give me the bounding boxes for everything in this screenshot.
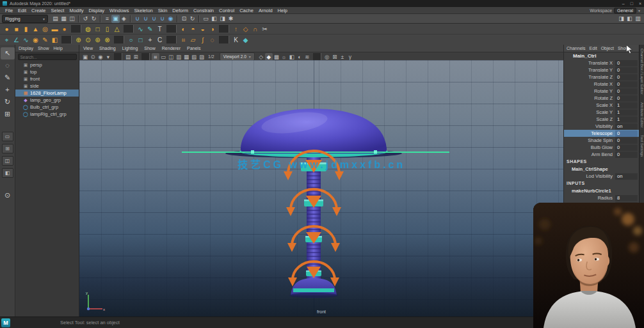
poly-disc-icon[interactable]: ● bbox=[60, 24, 69, 34]
lamp-model[interactable] bbox=[169, 98, 463, 303]
separator[interactable] bbox=[71, 25, 81, 33]
pencil-curve-icon[interactable]: ✎ bbox=[145, 24, 155, 34]
joint-tool-icon[interactable]: ⌖ bbox=[2, 35, 12, 45]
image-plane-icon[interactable]: ▤ bbox=[124, 53, 132, 61]
cv-curve-icon[interactable]: ∿ bbox=[136, 24, 145, 34]
shape-node-name[interactable]: Main_CtrlShape bbox=[564, 166, 639, 173]
lasso-tool[interactable]: ◌ bbox=[1, 59, 15, 72]
menu-item[interactable]: Select bbox=[49, 8, 67, 13]
menu-item[interactable]: Skeleton bbox=[132, 8, 156, 13]
textured-icon[interactable]: ▩ bbox=[273, 53, 280, 61]
open-scene-icon[interactable]: ▦ bbox=[60, 15, 68, 23]
channel-row[interactable]: Scale X 1 bbox=[564, 102, 639, 109]
menu-item[interactable]: Modify bbox=[67, 8, 86, 13]
poly-cone-icon[interactable]: ▲ bbox=[31, 24, 40, 34]
aim-constraint-icon[interactable]: ⊗ bbox=[102, 35, 112, 45]
outliner-search-input[interactable] bbox=[18, 54, 77, 60]
shadows-icon[interactable]: ◧ bbox=[288, 53, 296, 61]
channel-row[interactable]: Translate X 0 bbox=[564, 59, 639, 66]
ik-spline-icon[interactable]: ∿ bbox=[21, 35, 31, 45]
separator[interactable] bbox=[130, 15, 131, 22]
paint-weights-icon[interactable]: ✎ bbox=[40, 35, 50, 45]
film-gate-icon[interactable]: ▭ bbox=[159, 53, 167, 61]
paint-select-tool[interactable]: ✎ bbox=[1, 72, 15, 84]
separator[interactable] bbox=[219, 25, 229, 33]
input-node-name[interactable]: makeNurbCircle1 bbox=[564, 187, 639, 194]
menu-item[interactable]: Deform bbox=[170, 8, 191, 13]
channel-value-field[interactable]: 0 bbox=[615, 60, 638, 66]
ik-handle-icon[interactable]: ∠ bbox=[12, 35, 21, 45]
bevel-icon[interactable]: ◇ bbox=[241, 24, 250, 34]
sidebar-tab[interactable]: Attribute Editor bbox=[640, 98, 644, 132]
combine-icon[interactable]: ◓ bbox=[188, 24, 198, 34]
rotate-tool[interactable]: ↻ bbox=[1, 96, 15, 108]
sidebar-channel-box-icon[interactable]: ▥ bbox=[634, 15, 642, 23]
boolean-union-icon[interactable]: ◐ bbox=[179, 24, 188, 34]
nurbs-cylinder-icon[interactable]: ▯ bbox=[102, 24, 112, 34]
blend-shape-icon[interactable]: ▱ bbox=[188, 35, 198, 45]
separator[interactable] bbox=[219, 36, 229, 43]
menu-item[interactable]: Edit bbox=[15, 8, 29, 13]
smooth-mesh-icon[interactable]: ◑ bbox=[207, 24, 217, 34]
channel-value-field[interactable]: 0 bbox=[615, 81, 638, 88]
channel-row[interactable]: Arm Bend 0 bbox=[564, 151, 639, 158]
separator[interactable] bbox=[177, 15, 178, 22]
ipr-render-icon[interactable]: ◨ bbox=[218, 15, 227, 23]
magnifier-icon[interactable]: ⊙ bbox=[1, 189, 15, 201]
nurbs-cube-icon[interactable]: □ bbox=[93, 24, 102, 34]
cluster-icon[interactable]: C bbox=[155, 35, 165, 45]
outliner-item-persp[interactable]: ▣ persp bbox=[15, 61, 79, 68]
field-chart-icon[interactable]: ▦ bbox=[182, 53, 190, 61]
nurbs-cone-icon[interactable]: △ bbox=[112, 24, 122, 34]
wire-deformer-icon[interactable]: ∫ bbox=[198, 35, 207, 45]
render-current-frame-icon[interactable]: ◧ bbox=[210, 15, 218, 23]
point-constraint-icon[interactable]: ⊙ bbox=[83, 35, 93, 45]
channel-value-field[interactable]: 8 bbox=[615, 195, 638, 201]
channel-box-menu-item[interactable]: Object bbox=[601, 46, 614, 51]
channel-row[interactable]: Scale Z 1 bbox=[564, 116, 639, 123]
channel-row[interactable]: Rotate X 0 bbox=[564, 81, 639, 88]
shaded-icon[interactable]: ◆ bbox=[265, 53, 273, 61]
menu-item[interactable]: Create bbox=[29, 8, 49, 13]
separator[interactable] bbox=[114, 36, 124, 43]
channel-row[interactable]: Radius 8 bbox=[564, 194, 639, 201]
outliner-item-rig-ctrl[interactable]: ◯ lampRig_ctrl_grp bbox=[15, 111, 79, 118]
new-scene-icon[interactable]: ▤ bbox=[51, 15, 60, 23]
isolate-select-icon[interactable]: ◎ bbox=[323, 53, 331, 61]
multi-cut-icon[interactable]: ✂ bbox=[260, 24, 270, 34]
channel-row[interactable]: Rotate Y 0 bbox=[564, 88, 639, 95]
exposure-icon[interactable]: ± bbox=[339, 53, 346, 61]
hypershade-layout-button[interactable]: ◧ bbox=[2, 168, 13, 178]
channel-value-field[interactable]: 0 bbox=[615, 137, 638, 144]
outliner-menu-item[interactable]: Help bbox=[53, 46, 62, 51]
make-live-icon[interactable]: ◉ bbox=[166, 15, 175, 23]
sidebar-attribute-editor-icon[interactable]: ◨ bbox=[617, 15, 625, 23]
orient-constraint-icon[interactable]: ⊛ bbox=[93, 35, 102, 45]
nurbs-sphere-icon[interactable]: ◍ bbox=[83, 24, 93, 34]
persp-outliner-layout-button[interactable]: ◫ bbox=[2, 156, 13, 166]
snap-to-point-icon[interactable]: ∪ bbox=[150, 15, 158, 23]
wrap-deformer-icon[interactable]: ◌ bbox=[207, 35, 217, 45]
menu-item[interactable]: Display bbox=[86, 8, 108, 13]
poly-sphere-icon[interactable]: ● bbox=[2, 24, 12, 34]
sidebar-tab[interactable]: Tool Settings bbox=[640, 131, 644, 160]
redo-icon[interactable]: ↻ bbox=[90, 15, 98, 23]
extrude-icon[interactable]: ↑ bbox=[231, 24, 241, 34]
sidebar-tab[interactable]: Channel Box / Layer Editor bbox=[640, 45, 644, 98]
viewport-menu-item[interactable]: Panels bbox=[187, 46, 200, 51]
hypershade-icon[interactable]: ◆ bbox=[241, 35, 250, 45]
pan-zoom-icon[interactable]: ⊞ bbox=[132, 53, 140, 61]
channel-value-field[interactable]: on bbox=[615, 123, 638, 130]
channel-value-field[interactable]: 0 bbox=[615, 88, 638, 95]
channel-box-menu-item[interactable]: Edit bbox=[590, 46, 597, 51]
viewport-menu-item[interactable]: Lighting bbox=[122, 46, 138, 51]
channel-row[interactable]: Scale Y 1 bbox=[564, 109, 639, 116]
maximize-button[interactable]: □ bbox=[631, 1, 633, 6]
select-hierarchy-icon[interactable]: ≡ bbox=[103, 15, 111, 23]
separator[interactable] bbox=[124, 25, 134, 33]
channel-value-field[interactable]: 0 bbox=[615, 152, 638, 158]
poly-cylinder-icon[interactable]: ▮ bbox=[21, 24, 31, 34]
outliner-menu-item[interactable]: Display bbox=[19, 46, 33, 51]
bind-skin-icon[interactable]: ◉ bbox=[31, 35, 40, 45]
separator[interactable] bbox=[166, 25, 177, 33]
